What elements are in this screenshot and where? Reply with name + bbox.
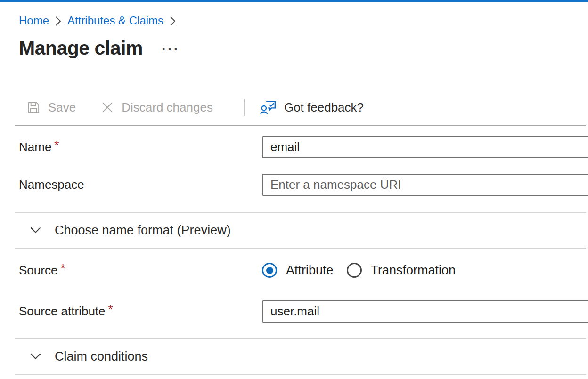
claim-conditions-expander[interactable]: Claim conditions [0, 339, 588, 374]
chevron-down-icon [30, 353, 41, 360]
chevron-down-icon [30, 227, 41, 234]
required-asterisk: * [108, 302, 113, 316]
name-input-wrap [262, 136, 588, 158]
top-accent-bar [0, 0, 588, 2]
breadcrumb-attributes-claims-link[interactable]: Attributes & Claims [67, 14, 163, 27]
required-asterisk: * [54, 138, 59, 152]
feedback-person-icon [260, 99, 277, 115]
source-attribute-input[interactable] [262, 300, 588, 323]
got-feedback-button[interactable]: Got feedback? [260, 99, 364, 115]
discard-changes-button[interactable]: Discard changes [100, 100, 213, 115]
namespace-label: Namespace [19, 177, 262, 192]
source-field-row: Source* Attribute Transformation [0, 261, 588, 280]
got-feedback-label: Got feedback? [284, 100, 364, 115]
source-attribute-label: Source attribute* [19, 304, 262, 319]
x-icon [100, 100, 114, 114]
more-options-icon[interactable]: ··· [162, 42, 180, 54]
save-button[interactable]: Save [26, 100, 76, 115]
source-label: Source* [19, 263, 262, 278]
required-asterisk: * [60, 261, 65, 275]
manage-claim-page: Home Attributes & Claims Manage claim ··… [0, 0, 588, 379]
source-attribute-field-row: Source attribute* [0, 300, 588, 323]
name-field-row: Name* [0, 136, 588, 158]
source-attribute-input-wrap [262, 300, 588, 323]
save-label: Save [48, 100, 76, 115]
claim-conditions-label: Claim conditions [55, 349, 148, 364]
name-input[interactable] [262, 136, 588, 158]
section-divider [15, 374, 586, 375]
breadcrumb: Home Attributes & Claims [19, 14, 588, 27]
floppy-disk-icon [26, 100, 41, 115]
radio-selected-icon [262, 263, 277, 278]
choose-name-format-expander[interactable]: Choose name format (Preview) [0, 213, 588, 248]
title-row: Manage claim ··· [19, 37, 588, 59]
namespace-field-row: Namespace [0, 174, 588, 196]
radio-unselected-icon [347, 263, 362, 278]
radio-attribute-label: Attribute [286, 263, 334, 278]
chevron-right-icon [55, 16, 61, 26]
section-divider [15, 248, 586, 249]
command-bar: Save Discard changes Got feedback? [26, 96, 588, 119]
toolbar-separator [244, 99, 245, 116]
namespace-input-wrap [262, 174, 588, 196]
discard-changes-label: Discard changes [122, 100, 213, 115]
breadcrumb-home-link[interactable]: Home [19, 14, 49, 27]
source-radio-group: Attribute Transformation [262, 263, 588, 278]
toolbar-divider [15, 125, 586, 126]
radio-transformation-label: Transformation [371, 263, 456, 278]
page-title: Manage claim [19, 37, 143, 59]
namespace-input[interactable] [262, 174, 588, 196]
choose-name-format-label: Choose name format (Preview) [55, 223, 231, 238]
chevron-right-icon [170, 16, 176, 26]
name-label: Name* [19, 140, 262, 154]
radio-option-transformation[interactable]: Transformation [347, 263, 456, 278]
radio-option-attribute[interactable]: Attribute [262, 263, 334, 278]
